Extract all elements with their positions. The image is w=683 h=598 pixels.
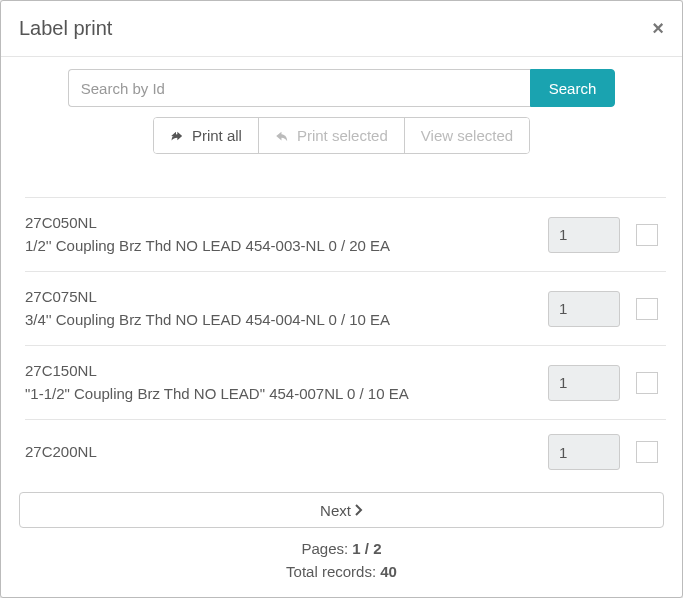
search-button[interactable]: Search — [530, 69, 616, 107]
select-checkbox[interactable] — [636, 441, 658, 463]
dialog-footer: Next Pages: 1 / 2 Total records: 40 — [1, 480, 682, 597]
item-list[interactable]: 27C050NL 1/2'' Coupling Brz Thd NO LEAD … — [1, 168, 682, 480]
list-item: 27C150NL "1-1/2" Coupling Brz Thd NO LEA… — [25, 345, 666, 419]
print-selected-label: Print selected — [297, 127, 388, 144]
item-code: 27C200NL — [25, 441, 532, 464]
next-label: Next — [320, 502, 351, 519]
pages-label: Pages: — [301, 540, 352, 557]
item-desc: 3/4'' Coupling Brz Thd NO LEAD 454-004-N… — [25, 309, 532, 332]
close-button[interactable]: × — [652, 17, 664, 40]
chevron-right-icon — [355, 504, 363, 516]
item-info: 27C200NL — [25, 441, 532, 464]
item-info: 27C050NL 1/2'' Coupling Brz Thd NO LEAD … — [25, 212, 532, 257]
item-info: 27C150NL "1-1/2" Coupling Brz Thd NO LEA… — [25, 360, 532, 405]
action-button-row: Print all Print selected View selected — [1, 117, 682, 168]
search-input[interactable] — [68, 69, 530, 107]
quantity-input[interactable] — [548, 365, 620, 401]
total-records-label: Total records: — [286, 563, 380, 580]
view-selected-label: View selected — [421, 127, 513, 144]
quantity-input[interactable] — [548, 434, 620, 470]
print-all-label: Print all — [192, 127, 242, 144]
pagination-info: Pages: 1 / 2 Total records: 40 — [19, 538, 664, 583]
item-code: 27C075NL — [25, 286, 532, 309]
label-print-dialog: Label print × Search Print all — [0, 0, 683, 598]
dialog-title: Label print — [19, 17, 112, 40]
dialog-header: Label print × — [1, 1, 682, 57]
pages-value: 1 / 2 — [352, 540, 381, 557]
total-records-value: 40 — [380, 563, 397, 580]
reply-icon — [275, 129, 291, 143]
select-checkbox[interactable] — [636, 298, 658, 320]
list-item: 27C050NL 1/2'' Coupling Brz Thd NO LEAD … — [25, 197, 666, 271]
close-icon: × — [652, 17, 664, 39]
print-all-button[interactable]: Print all — [154, 118, 259, 153]
list-item: 27C200NL — [25, 419, 666, 480]
list-item: 27C075NL 3/4'' Coupling Brz Thd NO LEAD … — [25, 271, 666, 345]
quantity-input[interactable] — [548, 291, 620, 327]
action-button-group: Print all Print selected View selected — [153, 117, 530, 154]
reply-all-icon — [170, 129, 186, 143]
next-button[interactable]: Next — [19, 492, 664, 528]
item-desc: 1/2'' Coupling Brz Thd NO LEAD 454-003-N… — [25, 235, 532, 258]
dialog-body: Search Print all Print selected View — [1, 57, 682, 597]
item-info: 27C075NL 3/4'' Coupling Brz Thd NO LEAD … — [25, 286, 532, 331]
search-row: Search — [1, 57, 682, 117]
select-checkbox[interactable] — [636, 372, 658, 394]
item-code: 27C050NL — [25, 212, 532, 235]
list-spacer — [25, 169, 666, 197]
item-desc: "1-1/2" Coupling Brz Thd NO LEAD" 454-00… — [25, 383, 532, 406]
quantity-input[interactable] — [548, 217, 620, 253]
select-checkbox[interactable] — [636, 224, 658, 246]
view-selected-button[interactable]: View selected — [405, 118, 529, 153]
print-selected-button[interactable]: Print selected — [259, 118, 405, 153]
item-code: 27C150NL — [25, 360, 532, 383]
